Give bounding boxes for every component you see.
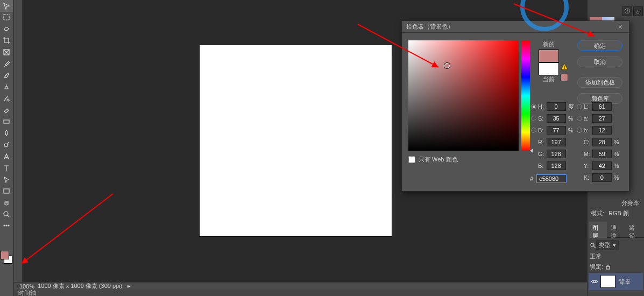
radio-bb[interactable] [577, 128, 582, 133]
hand-tool[interactable] [0, 197, 13, 209]
foreground-color-swatch[interactable] [1, 251, 9, 259]
bv-input[interactable] [547, 126, 566, 135]
h-input[interactable] [547, 102, 566, 111]
l-input[interactable] [592, 102, 612, 111]
svg-point-19 [564, 68, 565, 69]
clone-stamp-tool[interactable] [0, 81, 13, 93]
resolution-row: 分身率: [588, 198, 644, 208]
svg-point-9 [4, 212, 8, 216]
svg-rect-0 [4, 15, 9, 20]
g-input[interactable] [547, 150, 566, 158]
radio-b[interactable] [531, 128, 536, 133]
timeline-panel-tab[interactable]: 时间轴 [14, 290, 587, 296]
blend-mode-select[interactable]: 正常 [590, 252, 622, 260]
color-picker-title-bar[interactable]: 拾色器（背景色） × [402, 21, 629, 33]
hex-input[interactable] [536, 174, 567, 183]
lock-icon[interactable] [605, 264, 611, 270]
hex-label: # [530, 175, 533, 182]
radio-a[interactable] [577, 116, 582, 121]
websafe-swatch-icon[interactable] [561, 74, 568, 81]
panel-tabs: 图层 通道 路径 [589, 226, 644, 238]
bl-input[interactable] [547, 161, 566, 170]
layers-panel: 类型▾ 正常 锁定: 背景 [588, 238, 644, 296]
k-input[interactable] [592, 173, 612, 182]
gradient-tool[interactable] [0, 116, 13, 128]
history-brush-tool[interactable] [0, 93, 13, 104]
c-input[interactable] [592, 138, 612, 146]
gamut-warning-icon[interactable] [561, 63, 568, 71]
svg-point-4 [7, 99, 9, 101]
current-color-label: 当前 [535, 75, 563, 83]
search-icon[interactable] [590, 242, 596, 249]
svg-line-15 [594, 246, 596, 248]
eyedropper-tool[interactable] [0, 58, 13, 70]
eye-icon[interactable] [591, 278, 598, 285]
zoom-tool[interactable] [0, 208, 13, 220]
type-tool[interactable] [0, 162, 13, 174]
bb-input[interactable] [592, 126, 612, 135]
layer-filter-select[interactable]: 类型▾ [596, 240, 619, 250]
rect-marquee-tool[interactable] [0, 12, 13, 24]
svg-point-11 [4, 225, 5, 226]
home-icon[interactable]: ⌂ [633, 6, 643, 16]
svg-rect-5 [4, 120, 9, 123]
new-color-label: 新的 [535, 40, 563, 48]
color-value-grid: H: 度 L: S: % a: B: % b: R: C: % G: M: % … [531, 101, 620, 184]
toolbar [0, 0, 14, 296]
current-color-swatch[interactable] [539, 62, 559, 75]
svg-rect-16 [606, 266, 610, 269]
svg-line-7 [8, 142, 9, 144]
color-picker-dialog: 拾色器（背景色） × 新的 当前 只有 Web 颜色 确定 取消 添加到色板 [401, 20, 629, 192]
radio-h[interactable] [531, 104, 536, 109]
svg-point-13 [8, 225, 9, 226]
layer-row-background[interactable]: 背景 [589, 273, 643, 290]
web-colors-only-input[interactable] [408, 156, 415, 163]
layer-name[interactable]: 背景 [619, 278, 631, 286]
saturation-value-field[interactable] [408, 40, 519, 151]
svg-line-10 [8, 215, 9, 217]
svg-point-6 [4, 144, 8, 147]
svg-point-12 [6, 225, 7, 226]
canvas[interactable] [200, 45, 392, 236]
svg-point-14 [591, 243, 594, 246]
pen-tool[interactable] [0, 151, 13, 163]
document-info: 1000 像素 x 1000 像素 (300 ppi) [38, 282, 122, 290]
lasso-tool[interactable] [0, 23, 13, 35]
adjust-icon-1[interactable] [633, 212, 643, 220]
move-tool[interactable] [0, 0, 13, 12]
color-picker-title: 拾色器（背景色） [406, 23, 454, 31]
crop-tool[interactable] [0, 35, 13, 47]
radio-s[interactable] [531, 116, 536, 121]
r-input[interactable] [547, 138, 566, 146]
layer-thumbnail [600, 275, 615, 288]
m-input[interactable] [592, 150, 612, 158]
close-icon[interactable]: × [616, 23, 625, 31]
svg-rect-8 [4, 189, 9, 193]
y-input[interactable] [592, 161, 612, 170]
edit-toolbar[interactable] [0, 220, 13, 232]
ruler-vertical [14, 0, 23, 282]
add-to-swatches-button[interactable]: 添加到色板 [577, 77, 622, 88]
new-color-swatch [539, 50, 559, 62]
foreground-background-swatch[interactable] [0, 248, 14, 269]
brush-tool[interactable] [0, 69, 13, 81]
s-input[interactable] [547, 114, 566, 123]
rectangle-tool[interactable] [0, 185, 13, 197]
frame-tool[interactable] [0, 46, 13, 58]
sv-cursor[interactable] [444, 63, 450, 68]
svg-point-17 [593, 280, 596, 283]
cancel-button[interactable]: 取消 [577, 57, 622, 67]
dodge-tool[interactable] [0, 139, 13, 151]
path-select-tool[interactable] [0, 174, 13, 186]
a-input[interactable] [592, 114, 612, 123]
hue-slider[interactable] [521, 40, 530, 151]
ok-button[interactable]: 确定 [577, 40, 622, 51]
status-bar: 100% 1000 像素 x 1000 像素 (300 ppi) ▸ [14, 282, 587, 290]
blur-tool[interactable] [0, 128, 13, 139]
info-icon[interactable]: ⓘ [622, 6, 632, 16]
web-colors-only-checkbox[interactable]: 只有 Web 颜色 [408, 156, 458, 164]
eraser-tool[interactable] [0, 104, 13, 116]
layer-lock-row: 锁定: [588, 262, 644, 272]
radio-l[interactable] [577, 104, 582, 109]
